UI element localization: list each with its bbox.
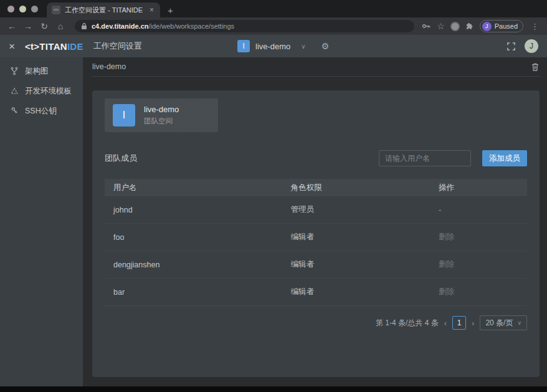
workspace-card-title: live-demo bbox=[144, 105, 179, 114]
toolbar-actions: ☆ J Paused ⋮ bbox=[422, 20, 542, 32]
page-size-select[interactable]: 20 条/页 ∨ bbox=[480, 315, 527, 330]
sidebar-item-label: SSH公钥 bbox=[25, 106, 57, 117]
fullscreen-icon[interactable] bbox=[507, 42, 516, 51]
password-key-icon[interactable] bbox=[422, 22, 431, 30]
back-icon[interactable]: ← bbox=[5, 22, 19, 31]
window-zoom-button[interactable] bbox=[31, 6, 38, 12]
table-row: johnd 管理员 - bbox=[105, 196, 527, 224]
workspace-card-badge: l bbox=[113, 104, 135, 127]
address-bar[interactable]: c4.dev.titanide.cn/ide/web/workspace/set… bbox=[75, 20, 414, 32]
username-input[interactable] bbox=[379, 150, 471, 166]
members-header-row: 团队成员 添加成员 bbox=[105, 150, 527, 166]
tab-title: 工作空间设置 - TITANIDE bbox=[65, 6, 144, 15]
sidebar-item-label: 架构图 bbox=[25, 66, 49, 77]
add-member-button[interactable]: 添加成员 bbox=[482, 150, 527, 166]
next-page-icon[interactable]: › bbox=[472, 318, 474, 328]
cell-username: johnd bbox=[105, 206, 282, 214]
delete-workspace-trash-icon[interactable] bbox=[531, 62, 540, 72]
profile-avatar: J bbox=[482, 22, 492, 31]
gear-icon[interactable]: ⚙ bbox=[321, 41, 330, 51]
cell-action: - bbox=[430, 206, 527, 214]
table-header-row: 用户名 角色权限 操作 bbox=[105, 179, 527, 196]
window-minimize-button[interactable] bbox=[19, 6, 26, 12]
workspace-name: live-demo bbox=[255, 42, 290, 51]
cell-role: 编辑者 bbox=[282, 287, 430, 297]
chevron-down-icon[interactable]: ∨ bbox=[301, 43, 305, 50]
page-number-button[interactable]: 1 bbox=[452, 316, 466, 330]
window-bottom-edge bbox=[0, 386, 547, 392]
app-body: 架构图 开发环境模板 SSH公钥 live-demo l bbox=[0, 57, 547, 386]
workspace-badge: l bbox=[237, 40, 250, 52]
workspace-card: l live-demo 团队空间 bbox=[105, 98, 218, 132]
chevron-down-icon: ∨ bbox=[517, 320, 521, 326]
page-size-value: 20 条/页 bbox=[485, 318, 513, 328]
members-actions: 添加成员 bbox=[379, 150, 527, 166]
app-header-right: J bbox=[507, 39, 538, 53]
bookmark-star-icon[interactable]: ☆ bbox=[437, 22, 445, 31]
pagination: 第 1-4 条/总共 4 条 ‹ 1 › 20 条/页 ∨ bbox=[105, 315, 527, 330]
key-icon bbox=[10, 107, 19, 115]
template-icon bbox=[10, 87, 19, 95]
tab-close-icon[interactable]: × bbox=[148, 6, 155, 14]
sidebar-item-ssh-key[interactable]: SSH公钥 bbox=[0, 101, 83, 121]
url-host: c4.dev.titanide.cn bbox=[92, 22, 149, 30]
traffic-lights bbox=[6, 0, 47, 17]
cell-username: dengjianshen bbox=[105, 261, 282, 269]
extension-icon[interactable] bbox=[450, 22, 460, 31]
browser-toolbar: ← → ↻ ⌂ c4.dev.titanide.cn/ide/web/works… bbox=[0, 17, 547, 35]
url-text: c4.dev.titanide.cn/ide/web/workspace/set… bbox=[92, 22, 234, 30]
settings-panel: l live-demo 团队空间 团队成员 添加成员 用户名 角色权限 操作 bbox=[92, 90, 540, 377]
cell-username: foo bbox=[105, 233, 282, 242]
main-content: live-demo l live-demo 团队空间 团队成员 添加成员 bbox=[83, 57, 547, 386]
cell-role: 编辑者 bbox=[282, 232, 430, 242]
extensions-puzzle-icon[interactable] bbox=[465, 22, 474, 31]
workspace-card-text: live-demo 团队空间 bbox=[144, 105, 179, 126]
page-title: 工作空间设置 bbox=[93, 41, 142, 52]
sidebar: 架构图 开发环境模板 SSH公钥 bbox=[0, 57, 83, 386]
cell-role: 编辑者 bbox=[282, 259, 430, 270]
app-header: × <t>TITANIDE 工作空间设置 l live-demo ∨ ⚙ J bbox=[0, 35, 547, 57]
sidebar-item-architecture[interactable]: 架构图 bbox=[0, 61, 83, 81]
forward-icon[interactable]: → bbox=[21, 22, 35, 31]
window-close-button[interactable] bbox=[7, 6, 14, 12]
reload-icon[interactable]: ↻ bbox=[37, 22, 51, 31]
breadcrumb-row: live-demo bbox=[92, 57, 540, 77]
pagination-summary: 第 1-4 条/总共 4 条 bbox=[376, 318, 439, 328]
delete-member-link[interactable]: 删除 bbox=[430, 287, 527, 297]
breadcrumb: live-demo bbox=[92, 62, 126, 71]
app-logo: <t>TITANIDE bbox=[25, 41, 83, 52]
cell-role: 管理员 bbox=[282, 204, 430, 215]
column-header-username: 用户名 bbox=[105, 183, 282, 193]
new-tab-button[interactable]: + bbox=[168, 5, 173, 17]
browser-tab[interactable]: <> 工作空间设置 - TITANIDE × bbox=[47, 2, 160, 17]
table-row: dengjianshen 编辑者 删除 bbox=[105, 251, 527, 279]
delete-member-link[interactable]: 删除 bbox=[430, 259, 527, 270]
logo-accent: IDE bbox=[67, 41, 83, 52]
table-row: bar 编辑者 删除 bbox=[105, 279, 527, 306]
column-header-role: 角色权限 bbox=[282, 183, 430, 193]
url-path: /ide/web/workspace/settings bbox=[149, 22, 235, 30]
column-header-action: 操作 bbox=[430, 183, 527, 193]
workspace-card-subtitle: 团队空间 bbox=[144, 117, 179, 126]
logo-main: <t>TITAN bbox=[25, 41, 67, 52]
workspace-switcher[interactable]: l live-demo ∨ ⚙ bbox=[237, 35, 329, 57]
delete-member-link[interactable]: 删除 bbox=[430, 232, 527, 242]
branch-icon bbox=[10, 67, 19, 75]
cell-username: bar bbox=[105, 288, 282, 297]
browser-menu-icon[interactable]: ⋮ bbox=[529, 22, 541, 31]
browser-profile-chip[interactable]: J Paused bbox=[480, 20, 523, 32]
close-settings-icon[interactable]: × bbox=[9, 41, 15, 52]
prev-page-icon[interactable]: ‹ bbox=[444, 318, 447, 328]
table-row: foo 编辑者 删除 bbox=[105, 224, 527, 251]
tab-favicon-icon: <> bbox=[52, 6, 60, 14]
browser-tab-bar: <> 工作空间设置 - TITANIDE × + bbox=[0, 0, 547, 17]
sidebar-item-label: 开发环境模板 bbox=[25, 86, 72, 97]
profile-status-badge: Paused bbox=[495, 22, 518, 30]
sidebar-item-dev-template[interactable]: 开发环境模板 bbox=[0, 81, 83, 101]
user-avatar[interactable]: J bbox=[525, 39, 538, 53]
members-section-title: 团队成员 bbox=[105, 153, 137, 164]
lock-icon bbox=[81, 22, 87, 30]
home-icon[interactable]: ⌂ bbox=[54, 22, 67, 31]
members-table: 用户名 角色权限 操作 johnd 管理员 - foo 编辑者 删除 dengj… bbox=[105, 179, 527, 306]
